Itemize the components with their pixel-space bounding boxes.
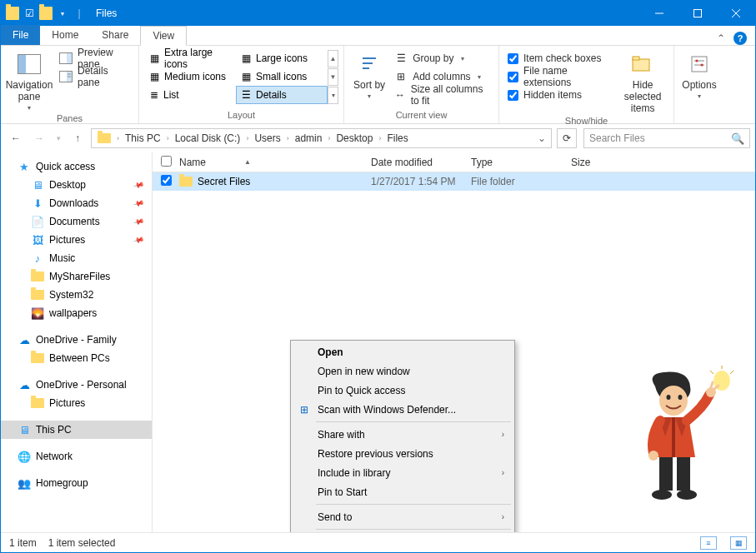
sidebar-item-pictures[interactable]: 🖼Pictures xyxy=(1,231,152,249)
sidebar-item-downloads[interactable]: ⬇Downloads xyxy=(1,194,152,212)
back-button[interactable]: ← xyxy=(6,128,26,148)
chevron-right-icon[interactable]: › xyxy=(285,134,291,142)
breadcrumb-segment[interactable]: Local Disk (C:) xyxy=(171,129,245,147)
svg-point-35 xyxy=(677,490,697,500)
forward-button[interactable]: → xyxy=(29,128,49,148)
sidebar-item-music[interactable]: ♪Music xyxy=(1,249,152,267)
ctx-restore-versions[interactable]: Restore previous versions xyxy=(293,444,513,463)
layout-icon: ▦ xyxy=(150,71,159,82)
chevron-right-icon[interactable]: › xyxy=(165,134,171,142)
status-bar: 1 item 1 item selected ≡ ▦ xyxy=(1,532,755,552)
qat-properties-icon[interactable]: ☑ xyxy=(23,7,36,20)
svg-rect-29 xyxy=(672,417,675,457)
sidebar-item-between-pcs[interactable]: Between PCs xyxy=(1,349,152,367)
file-row[interactable]: Secret Files 1/27/2017 1:54 PM File fold… xyxy=(153,172,755,191)
details-view-button[interactable]: ≡ xyxy=(700,536,717,550)
hidden-items-toggle[interactable]: Hidden items xyxy=(504,86,617,104)
layout-medium-button[interactable]: ▦Medium icons xyxy=(144,67,236,86)
qat-dropdown-icon[interactable]: ▾ xyxy=(56,7,69,20)
layout-large-button[interactable]: ▦Large icons xyxy=(236,49,328,67)
tab-view[interactable]: View xyxy=(140,26,187,46)
ctx-pin-quick[interactable]: Pin to Quick access xyxy=(293,381,513,400)
breadcrumb-segment[interactable]: Desktop xyxy=(332,129,377,147)
search-icon: 🔍 xyxy=(731,132,744,145)
size-columns-button[interactable]: ↔Size all columns to fit xyxy=(391,86,493,104)
options-button[interactable]: Options ▾ xyxy=(679,49,719,118)
search-input[interactable]: Search Files 🔍 xyxy=(583,128,750,148)
sidebar-item-system32[interactable]: System32 xyxy=(1,286,152,304)
ctx-open[interactable]: Open xyxy=(293,342,513,361)
ctx-open-new-window[interactable]: Open in new window xyxy=(293,361,513,381)
help-icon[interactable]: ? xyxy=(733,32,747,45)
sidebar-item-desktop[interactable]: 🖥Desktop xyxy=(1,176,152,194)
column-headers: Name▲ Date modified Type Size xyxy=(153,152,755,172)
refresh-button[interactable]: ⟳ xyxy=(557,128,577,148)
breadcrumb-dropdown-icon[interactable]: ⌄ xyxy=(534,132,549,144)
file-type: File folder xyxy=(471,176,571,187)
ctx-include-library[interactable]: Include in library› xyxy=(293,463,513,482)
file-extensions-toggle[interactable]: File name extensions xyxy=(504,67,617,86)
sidebar-item-myshare[interactable]: MyShareFiles xyxy=(1,267,152,286)
chevron-right-icon[interactable]: › xyxy=(326,134,332,142)
breadcrumb-segment[interactable]: Users xyxy=(250,129,284,147)
layout-extra-large-button[interactable]: ▦Extra large icons xyxy=(144,49,236,67)
svg-point-19 xyxy=(696,60,698,62)
layout-small-button[interactable]: ▦Small icons xyxy=(236,67,328,86)
sidebar-item-onedrive-family[interactable]: ☁OneDrive - Family xyxy=(1,331,152,349)
tab-file[interactable]: File xyxy=(1,25,40,45)
row-checkbox[interactable] xyxy=(161,175,172,186)
ctx-pin-start[interactable]: Pin to Start xyxy=(293,482,513,501)
layout-details-button[interactable]: ☰Details xyxy=(236,86,328,104)
sidebar-item-network[interactable]: 🌐Network xyxy=(1,447,152,466)
group-by-button[interactable]: ☰Group by▾ xyxy=(391,49,493,67)
recent-dropdown-icon[interactable]: ▾ xyxy=(53,128,64,148)
breadcrumb[interactable]: › This PC › Local Disk (C:) › Users › ad… xyxy=(91,128,552,148)
sidebar-item-quick-access[interactable]: ★Quick access xyxy=(1,157,152,176)
column-header-size[interactable]: Size xyxy=(571,157,638,168)
thumbnails-view-button[interactable]: ▦ xyxy=(730,536,747,550)
sidebar-item-documents[interactable]: 📄Documents xyxy=(1,212,152,231)
column-header-name[interactable]: Name▲ xyxy=(179,157,371,168)
ctx-scan-defender[interactable]: ⊞Scan with Windows Defender... xyxy=(293,400,513,419)
navigation-pane-button[interactable]: Navigation pane ▾ xyxy=(6,49,53,112)
svg-rect-17 xyxy=(692,57,707,72)
svg-rect-7 xyxy=(67,53,72,63)
layout-list-button[interactable]: ≣List xyxy=(144,86,236,104)
layout-more-icon[interactable]: ▾ xyxy=(328,87,338,104)
sidebar: ★Quick access 🖥Desktop ⬇Downloads 📄Docum… xyxy=(1,152,153,532)
star-icon: ★ xyxy=(18,160,31,173)
sort-by-button[interactable]: Sort by ▾ xyxy=(349,49,389,108)
chevron-right-icon[interactable]: › xyxy=(244,134,250,142)
svg-point-28 xyxy=(678,395,683,400)
sidebar-item-this-pc[interactable]: 🖥This PC xyxy=(1,421,152,439)
chevron-right-icon[interactable]: › xyxy=(377,134,383,142)
tab-share[interactable]: Share xyxy=(90,25,140,45)
mascot-illustration xyxy=(613,366,738,507)
breadcrumb-segment[interactable]: admin xyxy=(291,129,327,147)
breadcrumb-segment[interactable]: This PC xyxy=(121,129,165,147)
sidebar-item-od-pictures[interactable]: Pictures xyxy=(1,394,152,412)
svg-rect-5 xyxy=(18,55,26,73)
up-button[interactable]: ↑ xyxy=(68,128,88,148)
tab-home[interactable]: Home xyxy=(40,25,90,45)
breadcrumb-segment[interactable]: Files xyxy=(383,129,412,147)
sidebar-item-homegroup[interactable]: 👥Homegroup xyxy=(1,474,152,492)
maximize-button[interactable] xyxy=(678,1,717,26)
minimize-ribbon-icon[interactable]: ⌃ xyxy=(717,32,725,44)
chevron-right-icon[interactable]: › xyxy=(115,134,121,142)
layout-scroll-down-icon[interactable]: ▼ xyxy=(328,68,338,86)
column-header-type[interactable]: Type xyxy=(471,157,571,168)
column-header-date[interactable]: Date modified xyxy=(371,157,471,168)
folder-icon xyxy=(31,351,44,365)
layout-scroll-up-icon[interactable]: ▲ xyxy=(328,50,338,67)
select-all-checkbox[interactable] xyxy=(161,156,172,167)
sidebar-item-wallpapers[interactable]: 🌄wallpapers xyxy=(1,304,152,322)
close-button[interactable] xyxy=(717,1,755,26)
minimize-button[interactable] xyxy=(640,1,678,26)
hide-selected-button[interactable]: Hide selected items xyxy=(617,49,668,114)
sidebar-item-onedrive-personal[interactable]: ☁OneDrive - Personal xyxy=(1,376,152,394)
ctx-send-to[interactable]: Send to› xyxy=(293,507,513,526)
homegroup-icon: 👥 xyxy=(18,476,31,490)
details-pane-button[interactable]: Details pane xyxy=(56,67,133,86)
ctx-share-with[interactable]: Share with› xyxy=(293,425,513,444)
